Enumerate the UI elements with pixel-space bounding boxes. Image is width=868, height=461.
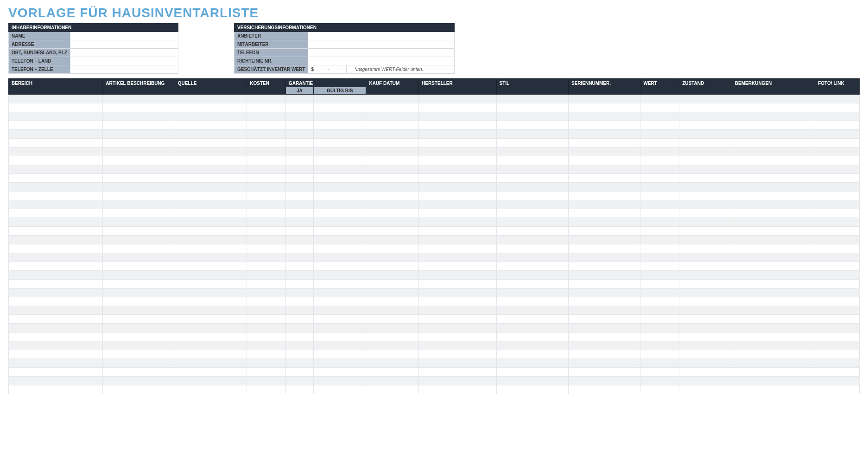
- table-cell[interactable]: [366, 288, 419, 297]
- table-cell[interactable]: [175, 324, 247, 333]
- table-cell[interactable]: [103, 236, 175, 244]
- table-cell[interactable]: [9, 112, 103, 121]
- table-cell[interactable]: [569, 227, 640, 236]
- table-cell[interactable]: [366, 139, 419, 147]
- table-cell[interactable]: [640, 130, 679, 139]
- table-cell[interactable]: [815, 306, 860, 315]
- table-cell[interactable]: [313, 280, 366, 288]
- table-cell[interactable]: [9, 324, 103, 333]
- table-cell[interactable]: [366, 359, 419, 368]
- table-cell[interactable]: [313, 121, 366, 130]
- table-cell[interactable]: [496, 244, 568, 253]
- table-cell[interactable]: [732, 95, 815, 103]
- table-cell[interactable]: [313, 192, 366, 200]
- table-cell[interactable]: [569, 297, 640, 306]
- table-cell[interactable]: [419, 262, 496, 271]
- table-cell[interactable]: [732, 368, 815, 377]
- table-cell[interactable]: [286, 359, 314, 368]
- table-cell[interactable]: [732, 130, 815, 139]
- table-cell[interactable]: [640, 368, 679, 377]
- table-cell[interactable]: [419, 183, 496, 192]
- table-cell[interactable]: [419, 147, 496, 156]
- table-cell[interactable]: [732, 121, 815, 130]
- table-cell[interactable]: [175, 244, 247, 253]
- table-cell[interactable]: [313, 368, 366, 377]
- table-cell[interactable]: [679, 139, 732, 147]
- table-cell[interactable]: [419, 218, 496, 227]
- table-cell[interactable]: [640, 297, 679, 306]
- table-cell[interactable]: [286, 156, 314, 165]
- table-cell[interactable]: [247, 280, 286, 288]
- table-cell[interactable]: [732, 253, 815, 262]
- table-cell[interactable]: [569, 103, 640, 112]
- table-cell[interactable]: [640, 200, 679, 209]
- table-cell[interactable]: [247, 333, 286, 341]
- table-cell[interactable]: [286, 192, 314, 200]
- table-cell[interactable]: [419, 306, 496, 315]
- table-cell[interactable]: [496, 139, 568, 147]
- table-cell[interactable]: [732, 236, 815, 244]
- table-cell[interactable]: [419, 165, 496, 174]
- table-cell[interactable]: [419, 192, 496, 200]
- table-cell[interactable]: [175, 174, 247, 183]
- table-cell[interactable]: [175, 183, 247, 192]
- table-cell[interactable]: [103, 183, 175, 192]
- table-cell[interactable]: [732, 377, 815, 385]
- table-cell[interactable]: [286, 385, 314, 394]
- table-cell[interactable]: [679, 103, 732, 112]
- table-cell[interactable]: [313, 350, 366, 359]
- table-cell[interactable]: [313, 333, 366, 341]
- table-cell[interactable]: [815, 209, 860, 218]
- table-cell[interactable]: [569, 139, 640, 147]
- table-cell[interactable]: [419, 368, 496, 377]
- table-cell[interactable]: [815, 341, 860, 350]
- table-cell[interactable]: [313, 297, 366, 306]
- table-cell[interactable]: [679, 192, 732, 200]
- table-cell[interactable]: [9, 147, 103, 156]
- table-cell[interactable]: [9, 183, 103, 192]
- table-cell[interactable]: [496, 324, 568, 333]
- table-cell[interactable]: [366, 253, 419, 262]
- table-cell[interactable]: [313, 218, 366, 227]
- table-cell[interactable]: [815, 156, 860, 165]
- owner-value-phone-cell[interactable]: [70, 65, 178, 74]
- table-cell[interactable]: [286, 147, 314, 156]
- table-cell[interactable]: [732, 139, 815, 147]
- table-cell[interactable]: [815, 385, 860, 394]
- table-cell[interactable]: [815, 315, 860, 324]
- table-cell[interactable]: [496, 297, 568, 306]
- table-cell[interactable]: [313, 139, 366, 147]
- table-cell[interactable]: [9, 280, 103, 288]
- table-cell[interactable]: [732, 209, 815, 218]
- table-cell[interactable]: [419, 271, 496, 280]
- table-cell[interactable]: [175, 333, 247, 341]
- table-cell[interactable]: [9, 139, 103, 147]
- table-cell[interactable]: [679, 218, 732, 227]
- owner-value-name[interactable]: [70, 32, 178, 40]
- table-cell[interactable]: [103, 174, 175, 183]
- table-cell[interactable]: [366, 280, 419, 288]
- table-cell[interactable]: [732, 271, 815, 280]
- table-cell[interactable]: [569, 280, 640, 288]
- table-cell[interactable]: [103, 262, 175, 271]
- table-cell[interactable]: [247, 244, 286, 253]
- table-cell[interactable]: [175, 227, 247, 236]
- table-cell[interactable]: [496, 103, 568, 112]
- table-cell[interactable]: [419, 324, 496, 333]
- table-cell[interactable]: [679, 95, 732, 103]
- table-cell[interactable]: [496, 209, 568, 218]
- table-cell[interactable]: [366, 218, 419, 227]
- table-cell[interactable]: [732, 183, 815, 192]
- table-cell[interactable]: [366, 121, 419, 130]
- table-cell[interactable]: [496, 227, 568, 236]
- table-cell[interactable]: [175, 368, 247, 377]
- table-cell[interactable]: [815, 280, 860, 288]
- table-cell[interactable]: [286, 121, 314, 130]
- table-cell[interactable]: [313, 377, 366, 385]
- table-cell[interactable]: [679, 130, 732, 139]
- table-cell[interactable]: [679, 147, 732, 156]
- table-cell[interactable]: [640, 139, 679, 147]
- table-cell[interactable]: [9, 315, 103, 324]
- table-cell[interactable]: [679, 385, 732, 394]
- table-cell[interactable]: [9, 209, 103, 218]
